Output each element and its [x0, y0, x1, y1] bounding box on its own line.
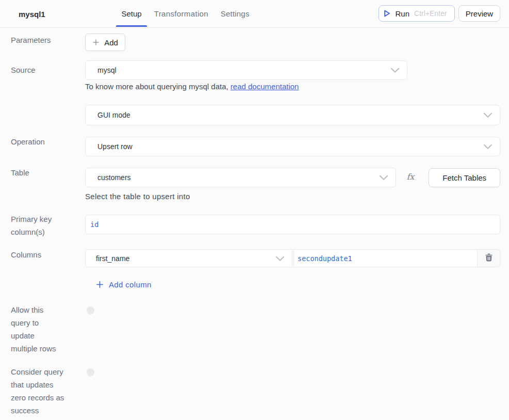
columns-fields: first_name secondupdate1 [85, 249, 500, 289]
add-column-button[interactable]: Add column [96, 280, 152, 289]
column-value-input[interactable]: secondupdate1 [294, 250, 478, 267]
fx-toggle[interactable]: fx [406, 172, 414, 182]
operation-select[interactable]: Upsert row [85, 137, 500, 156]
mode-select-value: GUI mode [97, 111, 483, 119]
column-value-text: secondupdate1 [298, 254, 352, 263]
chevron-down-icon [483, 141, 493, 152]
zero-records-toggle[interactable] [87, 368, 94, 376]
mode-select[interactable]: GUI mode [85, 105, 500, 125]
chevron-down-icon [275, 253, 285, 264]
fetch-tables-label: Fetch Tables [442, 173, 486, 182]
row-primary-key: Primary key column(s) id [11, 215, 500, 240]
parameters-label: Parameters [11, 34, 85, 51]
query-setup-form: Parameters Add Source mysql To know more… [0, 34, 509, 417]
delete-column-button[interactable] [478, 250, 500, 267]
multiple-rows-toggle[interactable] [87, 306, 94, 314]
source-help-prefix: To know more about querying mysql data, [85, 82, 231, 91]
columns-label: Columns [11, 248, 85, 288]
preview-label: Preview [466, 9, 493, 18]
plus-icon [92, 39, 100, 46]
preview-button[interactable]: Preview [458, 5, 500, 22]
tab-settings[interactable]: Settings [216, 0, 255, 27]
mode-fields: GUI mode [85, 105, 500, 125]
primary-key-fields: id [85, 215, 500, 240]
primary-key-label: Primary key column(s) [11, 213, 73, 238]
source-help-text: To know more about querying mysql data, … [85, 82, 500, 91]
source-fields: mysql To know more about querying mysql … [85, 60, 500, 91]
run-shortcut: Ctrl+Enter [414, 9, 447, 18]
mode-label-spacer [11, 105, 85, 125]
source-select[interactable]: mysql [85, 60, 407, 80]
column-select-value: first_name [96, 254, 275, 263]
add-parameter-label: Add [104, 38, 118, 47]
zero-records-label: Consider query that updates zero records… [11, 365, 85, 417]
trash-icon [485, 253, 492, 263]
add-column-label: Add column [109, 280, 152, 289]
run-button[interactable]: Run Ctrl+Enter [379, 5, 455, 22]
column-value-group: secondupdate1 [293, 249, 500, 267]
table-helper-text: Select the table to upsert into [85, 192, 500, 201]
row-columns: Columns first_name secondupdate1 [11, 249, 500, 289]
row-multiple-rows-toggle: Allow this query to update multiple rows [11, 303, 500, 355]
plus-icon [96, 281, 104, 288]
row-source: Source mysql To know more about querying… [11, 60, 500, 91]
row-zero-records-toggle: Consider query that updates zero records… [11, 365, 500, 417]
row-table: Table customers fx Fetch Tables Select t… [11, 168, 500, 201]
query-name[interactable]: mysql1 [19, 10, 45, 19]
row-mode: GUI mode [11, 105, 500, 125]
primary-key-value: id [90, 220, 98, 229]
column-mapping-row: first_name secondupdate1 [85, 249, 500, 267]
operation-label: Operation [11, 135, 85, 155]
zero-records-label-text: Consider query that updates zero records… [11, 365, 64, 417]
table-fields: customers fx Fetch Tables Select the tab… [85, 168, 500, 201]
tab-bar: Setup Transformation Settings [116, 0, 255, 27]
multiple-rows-label: Allow this query to update multiple rows [11, 303, 85, 355]
operation-fields: Upsert row [85, 137, 500, 156]
tab-transformation[interactable]: Transformation [147, 0, 216, 27]
read-documentation-link[interactable]: read documentation [231, 82, 299, 91]
play-icon [383, 9, 391, 18]
fetch-tables-button[interactable]: Fetch Tables [429, 168, 500, 187]
run-label: Run [396, 9, 410, 18]
table-select[interactable]: customers [85, 168, 396, 187]
source-label: Source [11, 60, 85, 91]
tab-setup[interactable]: Setup [116, 0, 147, 27]
header-actions: Run Ctrl+Enter Preview [379, 5, 500, 22]
table-label: Table [11, 166, 85, 199]
source-select-value: mysql [97, 66, 390, 74]
operation-select-value: Upsert row [97, 142, 483, 151]
multiple-rows-label-text: Allow this query to update multiple rows [11, 303, 61, 355]
chevron-down-icon [390, 65, 400, 75]
table-select-value: customers [97, 173, 379, 182]
add-parameter-button[interactable]: Add [85, 34, 125, 51]
table-field-group: customers fx Fetch Tables [85, 168, 500, 187]
row-operation: Operation Upsert row [11, 137, 500, 156]
chevron-down-icon [379, 172, 389, 183]
row-parameters: Parameters Add [11, 34, 500, 51]
parameters-fields: Add [85, 34, 500, 51]
query-editor-header: mysql1 Setup Transformation Settings Run… [0, 0, 509, 28]
chevron-down-icon [483, 110, 493, 120]
column-select[interactable]: first_name [85, 249, 292, 267]
primary-key-input[interactable]: id [85, 215, 500, 234]
